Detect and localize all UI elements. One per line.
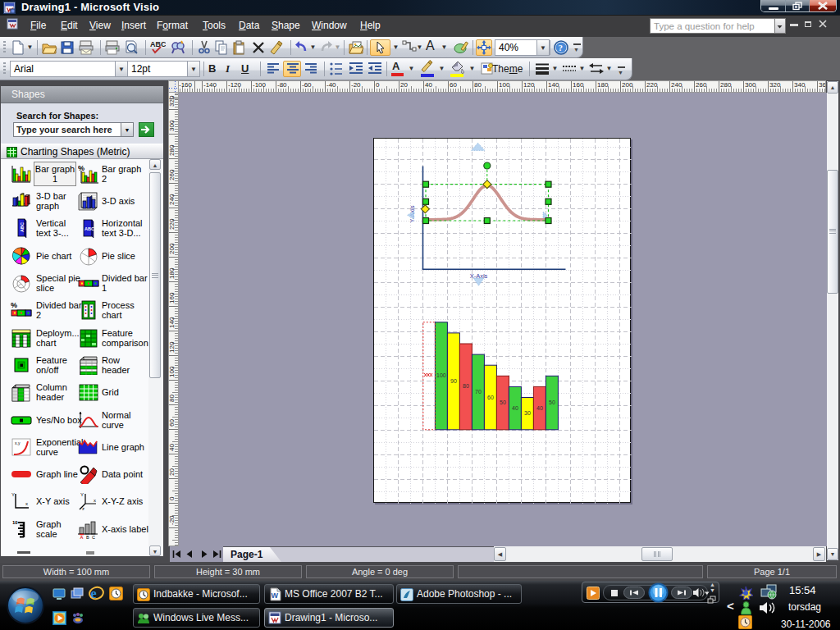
svg-text:A: A [80, 535, 84, 539]
svg-text:70: 70 [475, 389, 482, 395]
svg-text:90: 90 [450, 378, 457, 384]
svg-text:100: 100 [436, 372, 446, 378]
svg-text:Y: Y [80, 492, 84, 497]
svg-text:x: x [94, 498, 96, 503]
svg-text:ABC: ABC [150, 40, 166, 48]
svg-text:%: % [11, 301, 17, 309]
svg-text:320: 320 [169, 95, 176, 107]
svg-text:10: 10 [12, 520, 18, 525]
svg-text:0: 0 [169, 496, 176, 500]
svg-text:z: z [82, 506, 84, 511]
svg-text:e: e [91, 587, 97, 600]
svg-text:180: 180 [169, 267, 176, 279]
svg-text:80: 80 [463, 383, 469, 389]
svg-text:240: 240 [169, 194, 176, 205]
svg-text:50: 50 [549, 399, 555, 405]
svg-text:ABC: ABC [20, 222, 25, 232]
svg-text:?: ? [559, 43, 564, 52]
svg-text:x: x [25, 501, 28, 506]
svg-text:B: B [86, 535, 89, 539]
svg-text:120: 120 [169, 341, 176, 353]
svg-text:50: 50 [500, 399, 506, 405]
svg-text:280: 280 [169, 144, 176, 156]
svg-text:Y: Y [11, 492, 15, 497]
svg-text:260: 260 [169, 169, 176, 180]
svg-text:40: 40 [169, 444, 176, 451]
svg-text:300: 300 [169, 120, 176, 131]
svg-text:20: 20 [169, 468, 176, 476]
svg-text:x,y: x,y [15, 441, 21, 445]
svg-text:40: 40 [536, 405, 543, 411]
svg-text:40: 40 [512, 405, 518, 411]
svg-text:60: 60 [169, 419, 176, 427]
svg-text:100: 100 [169, 366, 176, 377]
svg-text:80: 80 [169, 395, 176, 402]
svg-text:60: 60 [487, 395, 494, 400]
svg-text:C: C [92, 535, 95, 539]
svg-text:160: 160 [169, 292, 176, 304]
svg-text:W: W [272, 591, 279, 600]
svg-text:-20: -20 [169, 515, 176, 525]
svg-text:140: 140 [169, 317, 176, 328]
svg-text:30: 30 [524, 410, 531, 416]
svg-text:200: 200 [169, 243, 176, 254]
svg-text:220: 220 [169, 218, 176, 230]
svg-text:ABC: ABC [84, 226, 94, 231]
